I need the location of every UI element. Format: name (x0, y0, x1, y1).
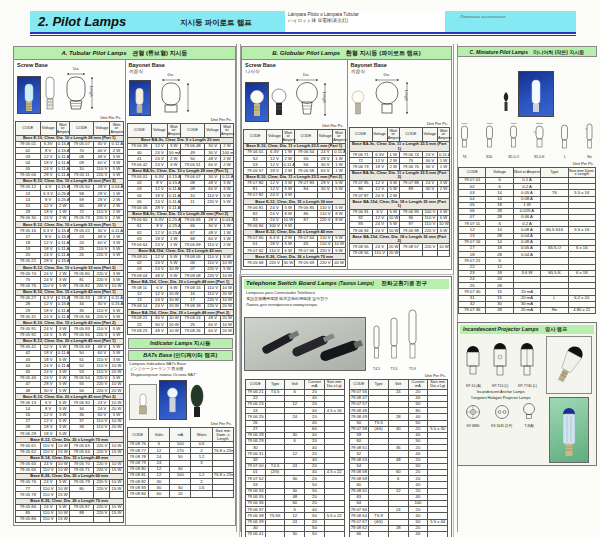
mini-lamp-outline-icon (584, 121, 595, 151)
column-header: CODE (180, 124, 204, 138)
column-header: CODE (127, 428, 148, 442)
telephone-left-table: CODETypeVoltCurrent mASize mm Dia x Lgt7… (245, 379, 345, 537)
table-cell: 79 06 41 (246, 531, 266, 537)
table-cell: 20 W (221, 328, 234, 334)
telephone-diagram-row: T4.5 T5.5 T5.9 (372, 309, 418, 371)
indicator-subline: "Индикаторные лампы Основа BA7" (130, 373, 236, 378)
table-cell: 20 W (110, 406, 123, 412)
group-header: Base E-26, Clear, Dia. 20 x Length 60 mm (16, 474, 124, 480)
table-cell: 0.11 A (56, 172, 69, 178)
a-bayonet-image-row: Dia (129, 76, 234, 116)
table-cell: 110 V (422, 221, 437, 227)
table-cell: 0.11 A (56, 314, 69, 320)
table-cell: 10 W (110, 480, 123, 486)
group-header: Base BA-9s, Clear, Dia. 11 x Length 23.5… (349, 170, 450, 180)
table-cell: 79 08 49 (349, 414, 369, 420)
telephone-diagram-label: T5.5 (389, 367, 399, 371)
table-cell: 10 W (110, 363, 123, 369)
table-cell: 79 07 57 (349, 401, 369, 407)
section-a-title: A. Tubular Pilot Lamps (61, 50, 126, 56)
table-cell: 0.11 A (56, 160, 69, 166)
table-cell: 20 W (167, 303, 180, 309)
table-cell: 48 V (151, 328, 167, 334)
table-cell: 110 V (422, 215, 437, 221)
bayonet-base-label-korean: 끼움식 (351, 68, 452, 74)
ba7s-base-header: BA7s Base (인디케이터 램프) (128, 350, 234, 361)
table-cell: 79 07 36 (459, 307, 486, 313)
projector-lamp-outline-icon (491, 336, 509, 380)
group-header: Base E-12, Clear, Dia. 22 x Length 40 mm (244, 229, 346, 235)
globular-lamp-photo (245, 82, 269, 122)
table-cell: 5.5 x 22 (324, 513, 344, 519)
table-cell (191, 491, 212, 497)
table-cell: 79 06 28 (246, 432, 266, 438)
table-cell: 30 W (282, 260, 294, 266)
table-cell: 79 08 84 (127, 491, 148, 497)
table-cell: 10 W (56, 443, 69, 449)
projector-base-diagram: T-8(A) (522, 402, 536, 428)
table-cell: 10 W (167, 297, 180, 303)
screw-base-label: Screw Base (17, 62, 125, 68)
table-cell: 0.11 A (56, 308, 69, 314)
unit-note: Unit Per Pc. (14, 115, 122, 120)
projector-diagram: KP-10 (A) (464, 340, 482, 388)
projector-diagram-label: KP-T10 (L) (491, 384, 509, 388)
column-header: Watt or Ampere (333, 130, 345, 144)
table-cell: 60 V (205, 328, 221, 334)
projector-base-label: T-8(A) (522, 424, 536, 428)
table-cell: 15 W (110, 467, 123, 473)
table-cell: 79 07 85 (349, 180, 372, 186)
group-header-row: Base E-14, Clear, Dia. 15 x Length 48 mm (16, 455, 124, 461)
column-header: Watt or Ampere (437, 128, 449, 142)
table-cell: 0.11 A (56, 252, 69, 258)
table-cell: 79 07 67 (349, 519, 369, 525)
projector-diagram-row: KP-10 (A) KP-T10 (L) KP-TY30 (L) (460, 336, 541, 388)
table-cell: 110 V (372, 250, 387, 256)
mini-lamp-outline-icon (559, 121, 570, 151)
section-a-header: A. Tubular Pilot Lamps 관형 (튜브형) 지시등 (13, 46, 236, 60)
telephone-tables: CODETypeVoltCurrent mASize mm Dia x Lgt7… (244, 379, 449, 537)
section-c-miniature: C. Miniature Pilot Lamps 미니어처 (작은) 지시등 T… (457, 46, 597, 466)
group-header-row: Base E-10, Clear, Dia. 11 x Length 23.5 … (244, 143, 346, 149)
projector-lamps-header: Incandescent Projector Lamps 영사 램프 (460, 325, 594, 334)
column-header: CODE (244, 130, 267, 144)
group-header-row: Base E-12, Clear, Dia. 15 x Length 30 mm (244, 199, 346, 205)
projector-base-diagram: KS 1645 (2-F) (491, 404, 512, 428)
tubular-bulb-icon (134, 87, 145, 115)
table-cell: 0.15 A (56, 148, 69, 154)
table-cell: 79 05 68 (244, 260, 267, 266)
a-screw-table: CODEVoltageWatt or AmpereCODEVoltageWatt… (15, 121, 124, 523)
table-row: 79 06 413050 (246, 531, 345, 537)
projector-diagram-label: KP-TY30 (L) (518, 384, 537, 388)
table-cell: 15 W (56, 516, 69, 522)
column-header: Type (369, 379, 389, 389)
table-cell: 0.15 A (56, 228, 69, 234)
table-cell: 20 (170, 491, 191, 497)
group-header: Base BA-9s, Clear, Dia. 10 x Length 28 m… (127, 168, 234, 174)
table-cell: 79 06 95 (399, 209, 422, 215)
data-table: CODEVoltageWatt or AmpereCODEVoltageWatt… (15, 121, 124, 523)
column-header: Watt or Ampere (56, 122, 69, 136)
group-header: Base E-12, Clear, Dia. 15 x Length 30 mm (244, 199, 346, 205)
table-cell: 79 06 38 (246, 513, 266, 519)
table-cell: Nn (541, 307, 568, 313)
table-row: 79 07 58(4G)30205.5 x 30 (349, 426, 448, 432)
unit-note: Unit Per Pc. (126, 421, 233, 426)
table-cell: 79 05 86 (16, 516, 41, 522)
bayonet-base-label-korean: 끼움식 (129, 68, 236, 74)
table-cell: 79 08 47 (349, 395, 369, 401)
group-header: Base BA-9s, Clear, Dia. 10 x Length 28 m… (127, 211, 234, 217)
column-header: CODE (459, 168, 486, 178)
table-cell: 79 06 39 (246, 519, 266, 525)
table-cell: 79 06 23 (246, 401, 266, 407)
table-cell: 10 W (110, 381, 123, 387)
group-header-row: Base E-10, Clear, Dia. 15 x Length 43 mm… (16, 289, 124, 295)
indicator-lamp-dark-icon (189, 384, 205, 420)
group-header-row: Base E-26, Clear, Dia. 20 x Length 60 mm (16, 474, 124, 480)
table-row: 79 08 846020 (127, 491, 234, 497)
table-cell: 0.25 A (167, 223, 180, 229)
group-header: Base E-26, Clear, Dia. 36 x Length 70 mm (244, 254, 346, 260)
table-cell: 79 06 91 (349, 209, 372, 215)
table-cell (212, 491, 233, 497)
group-header: Base E-12, Clear, Dia. 10 x Length 33 mm… (16, 265, 124, 271)
